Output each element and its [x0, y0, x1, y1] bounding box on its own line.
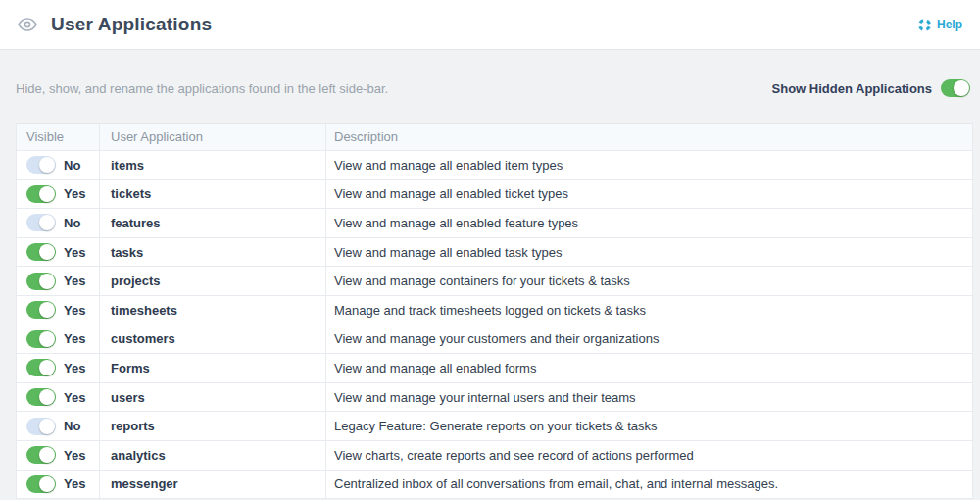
table-row: Yes customers View and manage your custo… [17, 325, 973, 354]
app-description: Legacy Feature: Generate reports on your… [326, 412, 973, 441]
visibility-state-label: Yes [64, 186, 85, 201]
visibility-state-label: Yes [64, 361, 85, 375]
table-row: Yes analytics View charts, create report… [17, 440, 973, 470]
visibility-state-label: Yes [64, 331, 85, 346]
visibility-state-label: Yes [64, 274, 85, 288]
app-description: View and manage all enabled task types [326, 237, 973, 267]
app-name[interactable]: items [100, 151, 326, 180]
visibility-toggle[interactable] [26, 388, 56, 406]
app-description: View and manage all enabled item types [326, 151, 973, 180]
app-name[interactable]: customers [100, 325, 326, 354]
app-description: View and manage all enabled forms [326, 354, 973, 383]
app-name[interactable]: tasks [100, 237, 326, 267]
table-row: No items View and manage all enabled ite… [17, 151, 973, 180]
visibility-toggle[interactable] [26, 330, 56, 348]
app-name[interactable]: users [100, 382, 326, 412]
visibility-state-label: No [64, 419, 80, 433]
column-header-visible: Visible [17, 124, 100, 151]
table-row: No reports Legacy Feature: Generate repo… [17, 412, 973, 441]
visibility-state-label: Yes [64, 245, 85, 260]
page-header: User Applications Help [0, 0, 980, 50]
table-header-row: Visible User Application Description [17, 124, 973, 151]
app-name[interactable]: messenger [100, 470, 326, 499]
visibility-toggle[interactable] [26, 156, 56, 174]
help-button[interactable]: Help [917, 18, 962, 32]
visibility-toggle[interactable] [26, 475, 56, 493]
app-description: Centralized inbox of all conversations f… [326, 470, 973, 499]
visibility-state-label: Yes [64, 303, 85, 318]
visibility-state-label: Yes [64, 476, 85, 491]
app-name[interactable]: projects [100, 267, 326, 296]
visibility-toggle[interactable] [26, 243, 56, 261]
show-hidden-label: Show Hidden Applications [772, 81, 932, 96]
visibility-toggle[interactable] [26, 185, 56, 203]
table-row: Yes tickets View and manage all enabled … [17, 179, 973, 209]
app-description: View and manage your internal users and … [326, 382, 973, 412]
help-icon [917, 18, 932, 32]
app-description: View and manage all enabled feature type… [326, 209, 973, 238]
page-title: User Applications [51, 14, 212, 35]
main-content: Hide, show, and rename the applications … [0, 50, 980, 499]
app-name[interactable]: analytics [100, 440, 326, 470]
app-description: View and manage your customers and their… [326, 325, 973, 354]
eye-icon [18, 18, 37, 31]
app-description: View charts, create reports and see reco… [326, 440, 973, 470]
visibility-state-label: Yes [64, 448, 85, 463]
app-name[interactable]: Forms [100, 354, 326, 383]
applications-table: Visible User Application Description No … [16, 123, 973, 499]
app-name[interactable]: features [100, 209, 326, 238]
visibility-state-label: No [64, 216, 80, 230]
column-header-user-application: User Application [100, 124, 326, 151]
visibility-toggle[interactable] [26, 418, 56, 435]
table-row: Yes projects View and manage containers … [17, 267, 973, 296]
table-row: Yes tasks View and manage all enabled ta… [17, 237, 973, 267]
app-description: View and manage containers for your tick… [326, 267, 973, 296]
table-row: Yes Forms View and manage all enabled fo… [17, 354, 973, 383]
visibility-toggle[interactable] [26, 359, 56, 376]
app-name[interactable]: timesheets [100, 295, 326, 325]
app-name[interactable]: reports [100, 412, 326, 441]
page-description: Hide, show, and rename the applications … [16, 81, 388, 96]
show-hidden-toggle[interactable] [941, 79, 970, 97]
table-row: Yes timesheets Manage and track timeshee… [17, 295, 973, 325]
table-row: No features View and manage all enabled … [17, 209, 973, 238]
app-description: Manage and track timesheets logged on ti… [326, 295, 973, 325]
visibility-toggle[interactable] [26, 301, 56, 319]
visibility-state-label: No [64, 158, 80, 173]
table-row: Yes messenger Centralized inbox of all c… [17, 470, 973, 499]
app-name[interactable]: tickets [100, 179, 326, 209]
help-label: Help [937, 18, 962, 31]
table-row: Yes users View and manage your internal … [17, 382, 973, 412]
app-description: View and manage all enabled ticket types [326, 179, 973, 209]
visibility-state-label: Yes [64, 390, 85, 405]
visibility-toggle[interactable] [26, 214, 56, 231]
column-header-description: Description [326, 124, 973, 151]
visibility-toggle[interactable] [26, 446, 56, 464]
visibility-toggle[interactable] [26, 273, 56, 290]
table-body: No items View and manage all enabled ite… [17, 151, 973, 499]
